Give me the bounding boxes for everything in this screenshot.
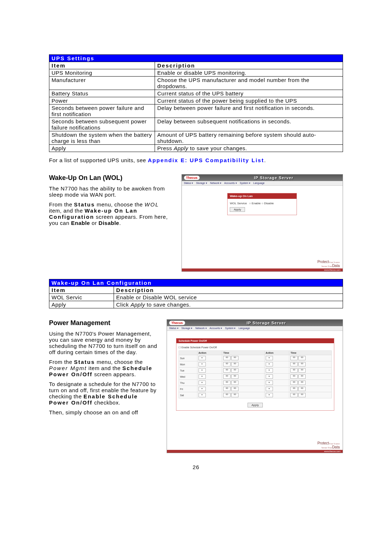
wol-p2: From the Status menu, choose the WOL ite… [49,201,172,226]
ss-title: IP Storage Server [207,176,340,180]
wol-p1: The N7700 has the ability to be awoken f… [49,185,172,198]
apply-button[interactable]: Apply [248,403,263,407]
cell: Enable or Disable WOL service [114,294,343,301]
schedule-panel: Schedule Power On/Off ☐ Enable Schedule … [176,338,334,411]
schedule-table: Action Time Action Time Sun▾00:00▾00:00 … [179,350,332,398]
brand-logo: Thecus [184,176,200,180]
enable-schedule-checkbox[interactable]: Enable Schedule Power On/Off [181,346,217,349]
cell: Click Apply to save changes. [114,301,343,308]
schedule-panel-head: Schedule Power On/Off [176,338,334,343]
cell: Power [49,97,155,104]
cell: Choose the UPS manufacturer and model nu… [155,77,343,90]
cell: Press Apply to save your changes. [155,145,343,152]
cell: UPS Monitoring [49,69,155,77]
cell: Seconds between power failure and first … [49,104,155,118]
cell: WOL Servic [49,294,114,301]
ups-table-header: UPS Settings [49,55,343,62]
ss-footer: ProtectYour Source Secure YourData [182,258,343,268]
cell: Delay between power failure and first no… [155,104,343,118]
cell: Delay between subsequent notifications i… [155,118,343,131]
wol-panel: Wake-up On Lan WOL Service ○ Enable ○ Di… [227,193,297,215]
wol-table-header: Wake-up On Lan Configuration [49,279,343,287]
cell: Current status of the power being suppli… [155,97,343,104]
col-item: Item [49,62,155,69]
cell: Apply [49,145,155,152]
wol-panel-head: Wake-up On Lan [228,193,297,199]
pm-p3: To designate a schedule for the N7700 to… [49,381,158,406]
page-number: 26 [49,464,343,470]
ups-note: For a list of supported UPS units, see A… [49,157,343,163]
wol-screenshot: Thecus IP Storage Server Status ▾ Storag… [181,174,343,272]
wol-service-label: WOL Service [230,202,247,205]
pm-p2: From the Status menu, choose the Power M… [49,359,158,377]
ups-settings-table: UPS Settings Item Description UPS Monito… [49,54,343,152]
ss-menubar: Status ▾ Storage ▾ Network ▾ Accounts ▾ … [167,326,343,331]
cell: Enable or disable UPS monitoring. [155,69,343,77]
col-desc: Description [114,287,343,294]
apply-button[interactable]: Apply [230,207,245,212]
cell: Shutdown the system when the battery cha… [49,131,155,145]
cell: Current status of the UPS battery [155,90,343,97]
cell: Amount of UPS battery remaining before s… [155,131,343,145]
col-item: Item [49,287,114,294]
cell: Seconds between subsequent power failure… [49,118,155,131]
page-content: UPS Settings Item Description UPS Monito… [0,0,392,485]
pm-p4: Then, simply choose an on and off [49,409,158,415]
brand-logo: Thecus [169,321,185,325]
cell: Apply [49,301,114,308]
pm-p1: Using the N7700's Power Management, you … [49,331,158,355]
col-desc: Description [155,62,343,69]
ss-menubar: Status ▾ Storage ▾ Network ▾ Accounts ▾ … [182,181,343,186]
wol-config-table: Wake-up On Lan Configuration Item Descri… [49,279,343,308]
cell: Battery Status [49,90,155,97]
ss-title: IP Storage Server [192,321,340,325]
cell: Manufacturer [49,77,155,90]
pm-screenshot: Thecus IP Storage Server Status ▾ Storag… [167,319,343,453]
wol-heading: Wake-Up On Lan (WOL) [49,174,172,182]
pm-heading: Power Management [49,319,158,327]
ss-footer: ProtectYour Source Secure YourData [167,440,343,450]
appendix-link[interactable]: Appendix E: UPS Compatibility List [148,157,264,163]
